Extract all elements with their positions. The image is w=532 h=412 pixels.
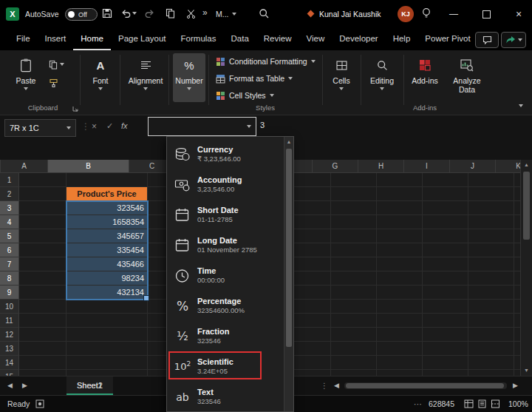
cell-B9[interactable]: 432134 bbox=[66, 286, 148, 300]
formula-bar-value[interactable]: 3 bbox=[260, 121, 265, 129]
cell-H9[interactable] bbox=[377, 286, 423, 300]
paste-button[interactable]: Paste bbox=[10, 53, 41, 102]
cell-I2[interactable] bbox=[423, 187, 468, 201]
row-header-2[interactable]: 2 bbox=[0, 187, 19, 201]
normal-view-button[interactable] bbox=[464, 399, 474, 408]
cell-H10[interactable] bbox=[377, 300, 423, 314]
cell-I8[interactable] bbox=[423, 271, 468, 286]
cell-G5[interactable] bbox=[331, 229, 377, 243]
scroll-down-icon[interactable]: ▼ bbox=[521, 365, 532, 376]
cell-B12[interactable] bbox=[66, 328, 148, 342]
cell-A7[interactable] bbox=[19, 257, 66, 271]
row-header-9[interactable]: 9 bbox=[0, 286, 19, 300]
column-header-K[interactable]: K bbox=[496, 160, 520, 173]
sheet-next-icon[interactable]: ▶ bbox=[22, 376, 27, 395]
vertical-scroll-thumb[interactable] bbox=[523, 172, 530, 240]
qat-more-menu[interactable]: M... bbox=[216, 10, 236, 18]
zoom-level[interactable]: 100% bbox=[508, 396, 528, 412]
cell-I14[interactable] bbox=[423, 356, 468, 370]
cell-G12[interactable] bbox=[331, 328, 377, 342]
qat-overflow-icon[interactable]: » bbox=[202, 7, 208, 18]
share-button[interactable] bbox=[501, 32, 526, 48]
cell-I10[interactable] bbox=[423, 300, 468, 314]
cell-H7[interactable] bbox=[377, 257, 423, 271]
cells-group-button[interactable]: Cells bbox=[327, 53, 356, 102]
ribbon-collapse-icon[interactable] bbox=[519, 104, 523, 107]
cell-B14[interactable] bbox=[66, 356, 148, 370]
row-header-8[interactable]: 8 bbox=[0, 271, 19, 286]
cell-G8[interactable] bbox=[331, 271, 377, 286]
analyze-data-button[interactable]: Analyze Data bbox=[448, 53, 486, 102]
tab-view[interactable]: View bbox=[299, 28, 332, 50]
cell-H4[interactable] bbox=[377, 215, 423, 229]
menu-item-accounting[interactable]: Accounting3,23,546.00 bbox=[167, 169, 284, 200]
cell-G15[interactable] bbox=[331, 370, 377, 376]
cell-G11[interactable] bbox=[331, 314, 377, 328]
cell-H15[interactable] bbox=[377, 370, 423, 376]
user-avatar[interactable]: KJ bbox=[398, 6, 414, 22]
cell-I9[interactable] bbox=[423, 286, 468, 300]
autosave-toggle[interactable]: Off bbox=[65, 8, 98, 21]
cell-I6[interactable] bbox=[423, 243, 468, 257]
cell-H6[interactable] bbox=[377, 243, 423, 257]
copy-button[interactable] bbox=[166, 8, 175, 18]
addins-button[interactable]: Add-ins bbox=[408, 53, 442, 102]
cell-A4[interactable] bbox=[19, 215, 66, 229]
cell-B10[interactable] bbox=[66, 300, 148, 314]
cell-K8[interactable] bbox=[514, 271, 520, 286]
cell-J9[interactable] bbox=[468, 286, 514, 300]
cell-styles-button[interactable]: Cell Styles bbox=[213, 87, 274, 104]
menu-scroll-up-icon[interactable]: ▲ bbox=[284, 137, 293, 147]
menu-item-short-date[interactable]: Short Date01-11-2785 bbox=[167, 200, 284, 230]
menu-item-text[interactable]: abText323546 bbox=[167, 382, 284, 412]
cell-G3[interactable] bbox=[331, 201, 377, 215]
row-header-14[interactable]: 14 bbox=[0, 356, 19, 370]
cell-J14[interactable] bbox=[468, 356, 514, 370]
cell-J6[interactable] bbox=[468, 243, 514, 257]
tab-splitter-icon[interactable]: ⋮ bbox=[321, 376, 328, 395]
cell-J13[interactable] bbox=[468, 342, 514, 356]
cell-H13[interactable] bbox=[377, 342, 423, 356]
sheet-prev-icon[interactable]: ◀ bbox=[7, 376, 13, 395]
confirm-entry-button[interactable]: ✓ bbox=[106, 121, 113, 131]
cell-G2[interactable] bbox=[331, 187, 377, 201]
tab-home[interactable]: Home bbox=[73, 28, 111, 50]
cell-K12[interactable] bbox=[514, 328, 520, 342]
cell-J7[interactable] bbox=[468, 257, 514, 271]
insert-function-button[interactable]: fx bbox=[121, 121, 128, 130]
column-header-G[interactable]: G bbox=[313, 160, 358, 173]
cell-K11[interactable] bbox=[514, 314, 520, 328]
horizontal-scroll-thumb[interactable] bbox=[346, 383, 504, 388]
cell-I11[interactable] bbox=[423, 314, 468, 328]
cell-G6[interactable] bbox=[331, 243, 377, 257]
undo-button[interactable] bbox=[121, 9, 137, 18]
user-name[interactable]: Kunal Jai Kaushik bbox=[319, 10, 381, 18]
format-as-table-button[interactable]: Format as Table bbox=[213, 70, 293, 87]
row-header-12[interactable]: 12 bbox=[0, 328, 19, 342]
cell-A15[interactable] bbox=[19, 370, 66, 376]
copy-small-button[interactable] bbox=[49, 58, 64, 71]
minimize-button[interactable]: — bbox=[442, 0, 466, 28]
font-group-button[interactable]: A Font bbox=[86, 53, 115, 102]
menu-item-time[interactable]: Time00:00:00 bbox=[167, 260, 284, 291]
undo-dropdown-icon[interactable] bbox=[132, 12, 137, 15]
cell-H8[interactable] bbox=[377, 271, 423, 286]
row-header-7[interactable]: 7 bbox=[0, 257, 19, 271]
cell-A2[interactable] bbox=[19, 187, 66, 201]
cell-K14[interactable] bbox=[514, 356, 520, 370]
cell-J5[interactable] bbox=[468, 229, 514, 243]
cell-I4[interactable] bbox=[423, 215, 468, 229]
menu-item-currency[interactable]: Currency₹ 3,23,546.00 bbox=[167, 139, 284, 169]
cell-A13[interactable] bbox=[19, 342, 66, 356]
cell-I7[interactable] bbox=[423, 257, 468, 271]
cell-K6[interactable] bbox=[514, 243, 520, 257]
cell-B13[interactable] bbox=[66, 342, 148, 356]
cell-I1[interactable] bbox=[423, 173, 468, 187]
tab-file[interactable]: File bbox=[9, 28, 38, 50]
cell-G7[interactable] bbox=[331, 257, 377, 271]
cell-G4[interactable] bbox=[331, 215, 377, 229]
cell-B5[interactable]: 345657 bbox=[66, 229, 148, 243]
menu-item-percentage[interactable]: %Percentage32354600.00% bbox=[167, 291, 284, 321]
cell-I5[interactable] bbox=[423, 229, 468, 243]
column-header-J[interactable]: J bbox=[450, 160, 496, 173]
